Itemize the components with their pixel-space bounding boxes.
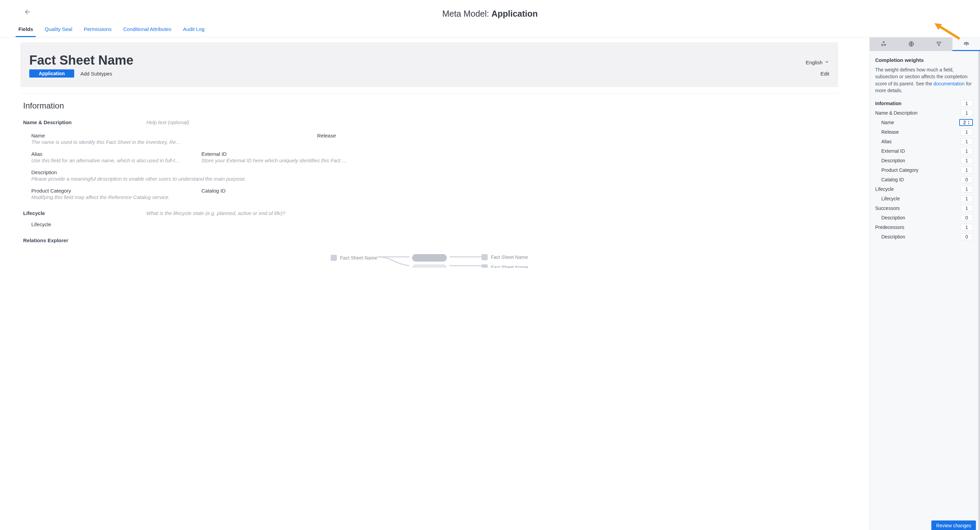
weight-label: Description xyxy=(875,158,905,163)
weight-row: Name▲▼ xyxy=(875,118,973,127)
rp-tab-structure[interactable] xyxy=(870,37,897,51)
lifecycle-field: Lifecycle xyxy=(23,221,835,227)
lifecycle-subsection: Lifecycle What is the lifecycle state (e… xyxy=(23,210,835,216)
weight-label: Product Category xyxy=(875,167,918,173)
review-changes-button[interactable]: Review changes xyxy=(931,520,976,530)
page-title-prefix: Meta Model: xyxy=(442,9,492,18)
lifecycle-help: What is the lifecycle state (e.g. planne… xyxy=(146,210,285,216)
edit-link[interactable]: Edit xyxy=(821,71,829,76)
weight-label: Description xyxy=(875,234,905,240)
information-heading: Information xyxy=(23,101,835,111)
weight-value[interactable]: 1 xyxy=(961,100,973,107)
weight-row: Catalog ID0 xyxy=(875,175,973,184)
node-label: Fact Sheet Name xyxy=(491,265,528,268)
relations-center-pills xyxy=(409,254,450,268)
relation-pill[interactable] xyxy=(412,264,447,268)
relations-left-node[interactable]: Fact Sheet Name xyxy=(331,255,377,261)
field-help: Store your External ID here which unique… xyxy=(202,157,348,163)
lifecycle-label: Lifecycle xyxy=(23,210,146,216)
back-arrow-icon[interactable] xyxy=(24,8,31,16)
svg-point-0 xyxy=(883,41,885,43)
relations-diagram: Fact Sheet Name Fact Sheet Name xyxy=(23,249,835,268)
node-label: Fact Sheet Name xyxy=(340,255,377,260)
rp-tab-weights[interactable] xyxy=(953,37,980,51)
field-label: Product Category xyxy=(31,188,202,194)
weight-value[interactable]: 1 xyxy=(961,138,973,145)
weight-value[interactable]: 1 xyxy=(961,129,973,135)
weight-value[interactable]: 1 xyxy=(961,148,973,154)
weight-value[interactable]: 0 xyxy=(961,214,973,221)
weight-value[interactable]: 0 xyxy=(961,233,973,240)
weight-input[interactable] xyxy=(962,120,968,125)
weight-label: Information xyxy=(875,101,901,106)
chevron-down-icon xyxy=(824,60,829,65)
weight-row: Predecessors1 xyxy=(875,222,973,232)
node-label: Fact Sheet Name xyxy=(491,254,528,260)
svg-rect-1 xyxy=(882,44,883,46)
weight-row: Description0 xyxy=(875,232,973,241)
weight-value[interactable]: 1 xyxy=(961,109,973,116)
language-selector[interactable]: English xyxy=(806,60,829,65)
field-help: Use this field for an alternative name, … xyxy=(31,157,181,163)
tab-permissions[interactable]: Permissions xyxy=(81,23,115,37)
weight-row: Alias1 xyxy=(875,137,973,146)
field-label: External ID xyxy=(202,151,348,157)
weight-row: Information1 xyxy=(875,98,973,108)
weight-row: Description0 xyxy=(875,213,973,222)
weight-row: Successors1 xyxy=(875,203,973,213)
weight-row: Release1 xyxy=(875,127,973,137)
documentation-link[interactable]: documentation xyxy=(933,81,965,86)
weight-value[interactable]: 1 xyxy=(961,205,973,212)
weight-row: Lifecycle1 xyxy=(875,194,973,203)
weight-row: Name & Description1 xyxy=(875,108,973,118)
rp-tab-globe[interactable] xyxy=(897,37,925,51)
weight-input-active[interactable]: ▲▼ xyxy=(959,119,973,126)
weight-label: Release xyxy=(875,129,899,135)
relations-explorer-section: Relations Explorer Fact Sheet Name xyxy=(23,238,835,268)
relations-right-node[interactable]: Fact Sheet Name xyxy=(482,254,528,260)
relations-right-list: Fact Sheet Name Fact Sheet Name xyxy=(482,254,528,268)
weights-list: Information1Name & Description1Name▲▼Rel… xyxy=(875,98,973,241)
weight-label: Successors xyxy=(875,205,900,211)
right-panel: Completion weights The weight defines ho… xyxy=(869,37,980,530)
spinner-icon[interactable]: ▲▼ xyxy=(968,120,971,125)
field-help: The name is used to identify this Fact S… xyxy=(31,139,181,145)
weight-value[interactable]: 1 xyxy=(961,186,973,192)
tab-audit-log[interactable]: Audit Log xyxy=(180,23,207,37)
name-description-fields: Name The name is used to identify this F… xyxy=(23,133,835,200)
field-label: Description xyxy=(31,170,246,175)
rp-tab-filter[interactable] xyxy=(925,37,953,51)
weight-label: Lifecycle xyxy=(875,196,900,202)
application-badge[interactable]: Application xyxy=(29,70,74,78)
main-column: Fact Sheet Name English Application Add … xyxy=(0,37,869,530)
add-subtypes-link[interactable]: Add Subtypes xyxy=(80,71,112,76)
tab-fields[interactable]: Fields xyxy=(16,23,36,37)
tab-conditional-attributes[interactable]: Conditional Attributes xyxy=(121,23,174,37)
weight-value[interactable]: 1 xyxy=(961,167,973,173)
relations-right-node[interactable]: Fact Sheet Name xyxy=(482,264,528,268)
top-header: Meta Model: Application FieldsQuality Se… xyxy=(0,0,980,37)
weight-value[interactable]: 0 xyxy=(961,176,973,183)
completion-weights-title: Completion weights xyxy=(875,57,973,63)
relation-pill[interactable] xyxy=(412,254,447,262)
main-tabs: FieldsQuality SealPermissionsConditional… xyxy=(0,23,980,37)
field-row: Product Category Modifying this field ma… xyxy=(31,188,835,200)
tab-quality-seal[interactable]: Quality Seal xyxy=(42,23,75,37)
weight-value[interactable]: 1 xyxy=(961,195,973,202)
page-title-bold: Application xyxy=(492,9,538,18)
weight-label: Predecessors xyxy=(875,225,904,230)
language-label: English xyxy=(806,60,822,65)
node-square-icon xyxy=(331,255,337,261)
weight-value[interactable]: 1 xyxy=(961,224,973,231)
weight-label: Name xyxy=(875,120,894,125)
field-label: Catalog ID xyxy=(202,188,348,194)
weight-row: Description1 xyxy=(875,156,973,165)
weight-value[interactable]: 1 xyxy=(961,157,973,164)
name-description-help: Help text (optional) xyxy=(146,119,189,125)
weight-label: External ID xyxy=(875,148,905,154)
field-label: Name xyxy=(31,133,202,138)
weight-label: Description xyxy=(875,215,905,221)
weight-row: Product Category1 xyxy=(875,165,973,175)
content-wrap: Fact Sheet Name English Application Add … xyxy=(0,37,980,530)
field-label: Alias xyxy=(31,151,202,157)
